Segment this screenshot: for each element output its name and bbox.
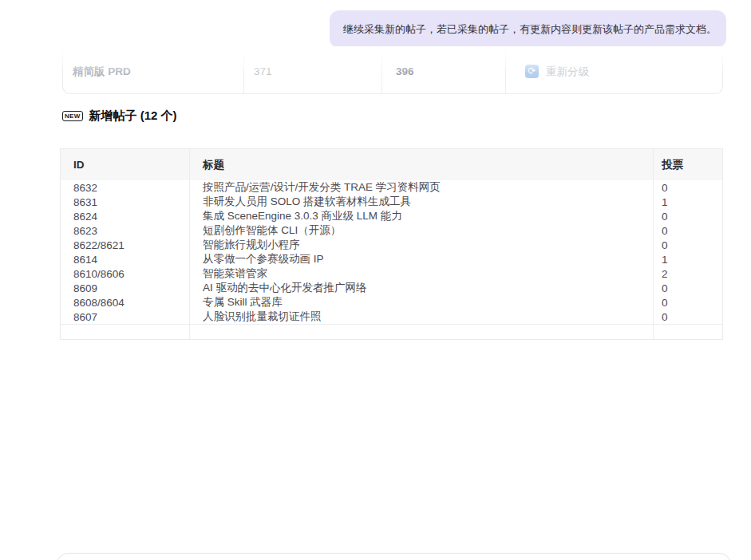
post-title-cell: 智能菜谱管家 xyxy=(190,266,654,281)
posts-table-header-row: ID 标题 投票 xyxy=(61,149,722,180)
post-id-cell: 8622/8621 xyxy=(61,238,190,252)
post-title-cell: 按照产品/运营/设计/开发分类 TRAE 学习资料网页 xyxy=(190,180,654,195)
post-votes-cell: 0 xyxy=(654,223,722,238)
table-row: 8614从零做一个参赛级动画 IP1 xyxy=(61,252,722,266)
page: 继续采集新的帖子，若已采集的帖子，有更新内容则更新该帖子的产品需求文档。 精简版… xyxy=(0,0,751,560)
post-votes-cell: 2 xyxy=(654,266,722,281)
post-id-cell: 8632 xyxy=(61,180,190,195)
table-row: 8622/8621智能旅行规划小程序0 xyxy=(61,238,722,252)
post-votes-cell: 1 xyxy=(654,252,722,266)
section-title: 新增帖子 (12 个) xyxy=(89,108,177,124)
header-title: 标题 xyxy=(190,149,654,180)
post-title-cell: AI 驱动的去中心化开发者推广网络 xyxy=(190,281,654,295)
header-votes: 投票 xyxy=(654,149,722,180)
post-id-cell: 8610/8606 xyxy=(61,266,190,281)
regrade-button[interactable]: ⟳ 重新分级 xyxy=(506,49,722,93)
header-id: ID xyxy=(61,149,190,180)
table-row: 8610/8606智能菜谱管家2 xyxy=(61,266,722,281)
post-title-cell: 非研发人员用 SOLO 搭建软著材料生成工具 xyxy=(190,195,654,209)
assistant-message-text: 继续采集新的帖子，若已采集的帖子，有更新内容则更新该帖子的产品需求文档。 xyxy=(343,22,717,37)
summary-label-cell: 精简版 PRD xyxy=(63,49,244,93)
post-votes-cell: 0 xyxy=(654,180,722,195)
table-row: 8607人脸识别批量裁切证件照0 xyxy=(61,310,722,324)
regrade-button-label: 重新分级 xyxy=(546,65,589,79)
post-id-cell: 8623 xyxy=(61,223,190,238)
post-title-cell: 人脸识别批量裁切证件照 xyxy=(190,310,654,324)
new-badge-icon: NEW xyxy=(62,111,83,121)
post-votes-cell: 0 xyxy=(654,281,722,295)
table-row: 8608/8604专属 Skill 武器库0 xyxy=(61,295,722,310)
post-title-cell: 智能旅行规划小程序 xyxy=(190,238,654,252)
posts-table: ID 标题 投票 8632按照产品/运营/设计/开发分类 TRAE 学习资料网页… xyxy=(60,148,723,340)
table-row-partial xyxy=(61,324,722,339)
post-votes-cell: 0 xyxy=(654,295,722,310)
table-row: 8631非研发人员用 SOLO 搭建软著材料生成工具1 xyxy=(61,195,722,209)
summary-value2-cell: 396 xyxy=(382,49,506,93)
section-heading: NEW 新增帖子 (12 个) xyxy=(62,108,177,124)
post-id-cell: 8608/8604 xyxy=(61,295,190,310)
assistant-message-bubble: 继续采集新的帖子，若已采集的帖子，有更新内容则更新该帖子的产品需求文档。 xyxy=(330,10,726,48)
post-title-cell: 专属 Skill 武器库 xyxy=(190,295,654,310)
post-title-cell xyxy=(190,325,654,339)
refresh-icon: ⟳ xyxy=(525,65,539,78)
post-title-cell: 短剧创作智能体 CLI（开源） xyxy=(190,223,654,238)
post-votes-cell xyxy=(654,325,722,339)
posts-table-body: 8632按照产品/运营/设计/开发分类 TRAE 学习资料网页08631非研发人… xyxy=(61,180,722,324)
bottom-panel xyxy=(56,553,732,560)
post-votes-cell: 1 xyxy=(654,195,722,209)
post-id-cell: 8624 xyxy=(61,209,190,223)
table-row: 8609AI 驱动的去中心化开发者推广网络0 xyxy=(61,281,722,295)
post-votes-cell: 0 xyxy=(654,238,722,252)
table-row: 8632按照产品/运营/设计/开发分类 TRAE 学习资料网页0 xyxy=(61,180,722,195)
post-title-cell: 从零做一个参赛级动画 IP xyxy=(190,252,654,266)
post-votes-cell: 0 xyxy=(654,209,722,223)
post-id-cell: 8607 xyxy=(61,310,190,324)
summary-table: 精简版 PRD 371 396 ⟳ 重新分级 xyxy=(62,49,723,94)
summary-value1-cell: 371 xyxy=(244,49,382,93)
table-row: 8624集成 SceneEngine 3.0.3 商业级 LLM 能力0 xyxy=(61,209,722,223)
post-votes-cell: 0 xyxy=(654,310,722,324)
post-id-cell: 8614 xyxy=(61,252,190,266)
post-id-cell: 8631 xyxy=(61,195,190,209)
table-row: 8623短剧创作智能体 CLI（开源）0 xyxy=(61,223,722,238)
post-id-cell: 8609 xyxy=(61,281,190,295)
post-title-cell: 集成 SceneEngine 3.0.3 商业级 LLM 能力 xyxy=(190,209,654,223)
post-id-cell xyxy=(61,325,190,339)
